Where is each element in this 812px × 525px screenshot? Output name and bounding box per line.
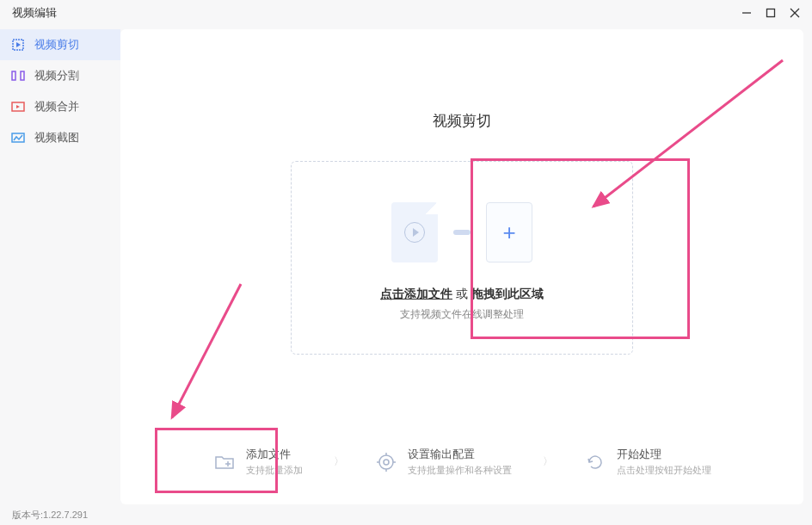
svg-rect-1 [767,9,775,17]
titlebar: 视频编辑 [0,0,812,26]
or-label: 或 [456,287,468,300]
step-sub: 支持批量操作和各种设置 [408,464,512,477]
svg-point-13 [379,455,393,469]
sidebar-item-label: 视频剪切 [34,37,79,52]
step-settings[interactable]: 设置输出配置 支持批量操作和各种设置 [372,440,515,484]
click-add-label: 点击添加文件 [380,287,452,300]
drop-zone-text: 点击添加文件或拖拽到此区域 [380,287,544,302]
drag-here-label: 拖拽到此区域 [471,287,544,300]
split-icon [10,68,26,83]
svg-marker-9 [16,105,20,108]
screenshot-icon [10,130,26,145]
svg-marker-5 [16,42,21,47]
sidebar-item-crop[interactable]: 视频剪切 [0,29,120,60]
drop-zone-subtext: 支持视频文件在线调整处理 [400,307,524,322]
drop-zone[interactable]: + 点击添加文件或拖拽到此区域 支持视频文件在线调整处理 [291,161,633,355]
crop-icon [10,37,26,52]
folder-plus-icon [213,451,236,473]
page-title: 视频剪切 [433,111,491,131]
step-title: 设置输出配置 [408,447,512,462]
sidebar-item-label: 视频截图 [34,130,79,145]
step-texts: 添加文件 支持批量添加 [246,447,303,477]
svg-rect-6 [12,71,15,80]
add-file-box-icon: + [486,202,532,262]
sidebar-item-split[interactable]: 视频分割 [0,60,120,91]
chevron-right-icon: 〉 [543,454,553,469]
svg-point-14 [384,460,389,465]
steps-row: 添加文件 支持批量添加 〉 设置输出配置 支持批量操作和各种设置 〉 [120,440,803,484]
content-panel: 视频剪切 + 点击添加文件或拖拽到此区域 支持视频文件在线调整处理 [120,29,803,504]
plus-icon: + [502,219,515,246]
drop-zone-icons: + [391,202,532,262]
play-circle-icon [404,222,425,243]
dash-icon [453,230,471,235]
chevron-right-icon: 〉 [334,454,344,469]
sidebar-item-label: 视频合并 [34,99,79,114]
step-title: 添加文件 [246,447,303,462]
sidebar: 视频剪切 视频分割 视频合并 视频截图 [0,26,120,508]
minimize-button[interactable] [738,4,755,22]
step-texts: 开始处理 点击处理按钮开始处理 [617,447,711,477]
close-button[interactable] [786,4,803,22]
step-sub: 点击处理按钮开始处理 [617,464,711,477]
step-title: 开始处理 [617,447,711,462]
step-sub: 支持批量添加 [246,464,303,477]
sidebar-item-label: 视频分割 [34,68,79,83]
merge-icon [10,99,26,114]
step-add-file[interactable]: 添加文件 支持批量添加 [210,440,306,484]
refresh-icon [584,451,606,473]
window-controls [738,4,803,22]
step-start[interactable]: 开始处理 点击处理按钮开始处理 [581,440,715,484]
step-texts: 设置输出配置 支持批量操作和各种设置 [408,447,512,477]
main-layout: 视频剪切 视频分割 视频合并 视频截图 视频剪切 [0,26,812,508]
app-title: 视频编辑 [12,5,57,21]
gear-icon [375,451,397,473]
svg-rect-7 [21,71,24,80]
maximize-button[interactable] [762,4,779,22]
sidebar-item-screenshot[interactable]: 视频截图 [0,122,120,153]
sidebar-item-merge[interactable]: 视频合并 [0,91,120,122]
version-label: 版本号:1.22.7.291 [12,509,88,522]
video-file-icon [391,202,438,262]
